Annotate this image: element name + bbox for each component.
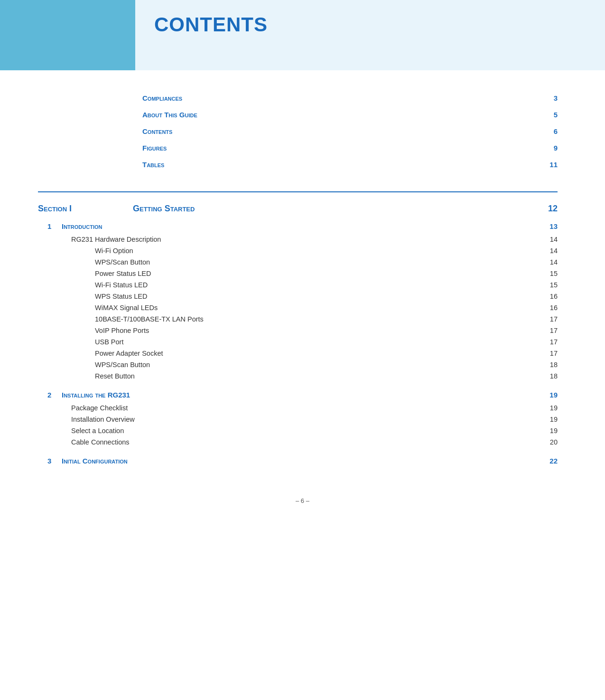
sub-page-install-overview: 19	[550, 416, 558, 423]
sub-page-reset-btn: 18	[550, 372, 558, 380]
toc-page-about: 5	[554, 111, 558, 119]
sub-title-voip-ports: VoIP Phone Ports	[95, 327, 550, 334]
sub-entry-wifi-option: Wi-Fi Option 14	[47, 246, 558, 256]
sub-title-wps-scan-btn: WPS/Scan Button	[95, 361, 550, 369]
sub-page-wimax-signal: 16	[550, 304, 558, 312]
sub-entry-wps-status-led: WPS Status LED 16	[47, 291, 558, 302]
sub-entry-pkg-checklist: Package Checklist 19	[47, 403, 558, 413]
toc-page-tables: 11	[549, 161, 558, 169]
toc-dots	[170, 150, 549, 151]
sub-page-pkg-checklist: 19	[550, 404, 558, 412]
sub-title-power-adapter: Power Adapter Socket	[95, 350, 550, 357]
toc-dots	[201, 117, 550, 117]
toc-title-contents: Contents	[142, 127, 172, 135]
toc-page-compliances: 3	[554, 94, 558, 102]
sub-title-lan-ports: 10BASE-T/100BASE-TX LAN Ports	[95, 315, 550, 323]
sub-page-wifi-option: 14	[550, 247, 558, 255]
sub-page-wps-scan: 14	[550, 258, 558, 266]
chapter-1-page: 13	[549, 222, 558, 230]
footer-text: – 6 –	[296, 497, 309, 504]
header-right-panel: CONTENTS	[135, 0, 605, 70]
toc-entry-tables: Tables 11	[142, 161, 558, 169]
chapter-1-num: 1	[47, 222, 62, 230]
sub-entry-power-status-led: Power Status LED 15	[47, 268, 558, 279]
chapter-3-page: 22	[549, 457, 558, 465]
toc-dots	[168, 167, 546, 167]
toc-title-figures: Figures	[142, 144, 167, 152]
sub-page-select-location: 19	[550, 427, 558, 435]
sub-entry-wps-scan-btn: WPS/Scan Button 18	[47, 359, 558, 370]
sub-entry-power-adapter: Power Adapter Socket 17	[47, 348, 558, 359]
toc-section: Compliances 3 About This Guide 5 Content…	[0, 85, 605, 187]
chapter-2-header: 2 Installing the RG231 19	[47, 389, 558, 401]
chapter-2-title: Installing the RG231	[62, 391, 549, 399]
chapter-3-header: 3 Initial Configuration 22	[47, 455, 558, 467]
sub-entry-install-overview: Installation Overview 19	[47, 414, 558, 425]
chapter-3-num: 3	[47, 457, 62, 465]
main-content: Compliances 3 About This Guide 5 Content…	[0, 70, 605, 488]
sub-page-voip-ports: 17	[550, 327, 558, 334]
chapter-area: 1 Introduction 13 RG231 Hardware Descrip…	[0, 220, 605, 467]
sub-page-usb-port: 17	[550, 338, 558, 346]
toc-page-figures: 9	[554, 144, 558, 152]
sub-entry-voip-ports: VoIP Phone Ports 17	[47, 325, 558, 336]
page-footer: – 6 –	[0, 488, 605, 514]
toc-title-compliances: Compliances	[142, 94, 182, 102]
section-i-label: Section I	[38, 204, 133, 214]
toc-entry-figures: Figures 9	[142, 144, 558, 152]
page-title: CONTENTS	[154, 13, 268, 36]
sub-title-hardware-desc: RG231 Hardware Description	[71, 236, 550, 243]
sub-title-wifi-option: Wi-Fi Option	[95, 247, 550, 255]
chapter-1-header: 1 Introduction 13	[47, 220, 558, 232]
sub-entry-hardware-desc: RG231 Hardware Description 14	[47, 234, 558, 245]
chapter-2-num: 2	[47, 391, 62, 399]
section-i-header: Section I Getting Started 12	[0, 197, 605, 220]
toc-title-about: About This Guide	[142, 111, 197, 119]
toc-entry-compliances: Compliances 3	[142, 94, 558, 102]
sub-page-wps-scan-btn: 18	[550, 361, 558, 369]
chapter-1-title: Introduction	[62, 222, 549, 230]
section-i-page: 12	[548, 204, 558, 214]
sub-page-wifi-status-led: 15	[550, 281, 558, 289]
sub-entry-wifi-status-led: Wi-Fi Status LED 15	[47, 280, 558, 290]
section-i-title: Getting Started	[133, 204, 548, 214]
toc-title-tables: Tables	[142, 161, 164, 169]
sub-page-power-status-led: 15	[550, 270, 558, 277]
toc-entry-about: About This Guide 5	[142, 111, 558, 119]
sub-entry-wps-scan: WPS/Scan Button 14	[47, 257, 558, 267]
toc-page-contents: 6	[554, 127, 558, 135]
toc-dots	[176, 133, 549, 134]
sub-entry-reset-btn: Reset Button 18	[47, 371, 558, 381]
sub-title-wifi-status-led: Wi-Fi Status LED	[95, 281, 550, 289]
sub-title-reset-btn: Reset Button	[95, 372, 550, 380]
sub-title-pkg-checklist: Package Checklist	[71, 404, 550, 412]
sub-entry-lan-ports: 10BASE-T/100BASE-TX LAN Ports 17	[47, 314, 558, 324]
sub-page-power-adapter: 17	[550, 350, 558, 357]
chapter-3-title: Initial Configuration	[62, 457, 549, 465]
sub-page-lan-ports: 17	[550, 315, 558, 323]
sub-title-install-overview: Installation Overview	[71, 416, 550, 423]
sub-entry-select-location: Select a Location 19	[47, 426, 558, 436]
sub-page-hardware-desc: 14	[550, 236, 558, 243]
toc-entry-contents: Contents 6	[142, 127, 558, 135]
chapter-2-page: 19	[549, 391, 558, 399]
sub-title-wps-status-led: WPS Status LED	[95, 293, 550, 300]
sub-title-wps-scan: WPS/Scan Button	[95, 258, 550, 266]
sub-title-select-location: Select a Location	[71, 427, 550, 435]
page-header: CONTENTS	[0, 0, 605, 70]
toc-dots	[186, 100, 549, 101]
sub-entry-cable-connections: Cable Connections 20	[47, 437, 558, 447]
sub-page-wps-status-led: 16	[550, 293, 558, 300]
sub-title-cable-connections: Cable Connections	[71, 438, 550, 446]
sub-title-usb-port: USB Port	[95, 338, 550, 346]
section-divider	[38, 191, 558, 192]
sub-page-cable-connections: 20	[550, 438, 558, 446]
sub-title-wimax-signal: WiMAX Signal LEDs	[95, 304, 550, 312]
sub-entry-wimax-signal: WiMAX Signal LEDs 16	[47, 303, 558, 313]
header-left-panel	[0, 0, 135, 70]
title-text: CONTENTS	[154, 13, 268, 36]
sub-title-power-status-led: Power Status LED	[95, 270, 550, 277]
sub-entry-usb-port: USB Port 17	[47, 337, 558, 347]
